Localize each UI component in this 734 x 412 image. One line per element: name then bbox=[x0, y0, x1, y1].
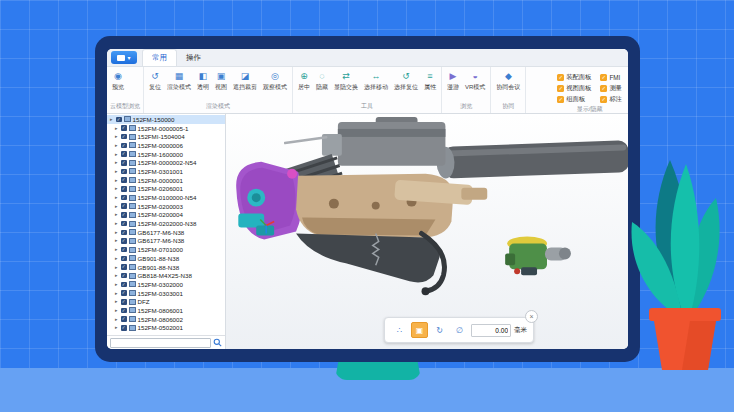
expand-arrow-icon[interactable]: ▸ bbox=[115, 169, 119, 174]
tree-item[interactable]: ▸ ✓ 152FM-0000005-1 bbox=[107, 124, 225, 133]
display-toggle[interactable]: ✓ 视图面板 bbox=[557, 83, 591, 93]
tree-item[interactable]: ▸ ✓ 152FM-0806002 bbox=[107, 315, 225, 324]
tree-search-input[interactable] bbox=[110, 338, 211, 348]
tree-checkbox[interactable]: ✓ bbox=[121, 134, 127, 140]
expand-arrow-icon[interactable]: ▸ bbox=[110, 117, 114, 122]
ribbon-button[interactable]: ↺ 复位 bbox=[147, 69, 163, 93]
tree-checkbox[interactable]: ✓ bbox=[121, 169, 127, 175]
tree-checkbox[interactable]: ✓ bbox=[116, 117, 122, 123]
app-logo-icon[interactable]: ▾ bbox=[111, 51, 137, 64]
tree-item[interactable]: ▸ ✓ 152FM-0100000-N54 bbox=[107, 193, 225, 202]
ribbon-button[interactable]: ◒ VR模式 bbox=[463, 69, 487, 93]
expand-arrow-icon[interactable]: ▸ bbox=[115, 317, 119, 322]
tree-checkbox[interactable]: ✓ bbox=[121, 143, 127, 149]
tree-item[interactable]: ▸ ✓ GB6177-M6-N38 bbox=[107, 228, 225, 237]
tree-item[interactable]: ▸ ✓ 152FM-150000 bbox=[107, 115, 225, 124]
tree-item[interactable]: ▸ ✓ 152FM-1600000 bbox=[107, 150, 225, 159]
tree-item[interactable]: ▸ ✓ DFZ bbox=[107, 297, 225, 306]
tree-checkbox[interactable]: ✓ bbox=[121, 299, 127, 305]
display-toggle[interactable]: ✓ 测量 bbox=[600, 83, 622, 93]
tree-checkbox[interactable]: ✓ bbox=[121, 203, 127, 209]
expand-arrow-icon[interactable]: ▸ bbox=[115, 134, 119, 139]
tree-checkbox[interactable]: ✓ bbox=[121, 316, 127, 322]
ribbon-button[interactable]: ▶ 漫游 bbox=[445, 69, 461, 93]
tree-item[interactable]: ▸ ✓ 152FM-0200003 bbox=[107, 202, 225, 211]
expand-arrow-icon[interactable]: ▸ bbox=[115, 126, 119, 131]
display-toggle[interactable]: ✓ 标注 bbox=[600, 94, 622, 104]
view-tool-button[interactable]: ∴ bbox=[391, 322, 408, 338]
view-tool-button[interactable]: ▣ bbox=[411, 322, 428, 338]
display-toggle[interactable]: ✓ 装配面板 bbox=[557, 72, 591, 82]
tree-item[interactable]: ▸ ✓ GB818-M4X25-N38 bbox=[107, 271, 225, 280]
display-toggle[interactable]: ✓ 组面板 bbox=[557, 94, 591, 104]
display-toggle[interactable]: ✓ FMI bbox=[600, 72, 622, 82]
ribbon-tab[interactable]: 常用 bbox=[142, 49, 177, 66]
expand-arrow-icon[interactable]: ▸ bbox=[115, 256, 119, 261]
tree-item[interactable]: ▸ ✓ GB901-88-N38 bbox=[107, 254, 225, 263]
tree-item[interactable]: ▸ ✓ 152FM-0000001 bbox=[107, 176, 225, 185]
ribbon-button[interactable]: ⊕ 居中 bbox=[296, 69, 312, 93]
tree-checkbox[interactable]: ✓ bbox=[121, 151, 127, 157]
tree-checkbox[interactable]: ✓ bbox=[121, 264, 127, 270]
tree-checkbox[interactable]: ✓ bbox=[121, 247, 127, 253]
expand-arrow-icon[interactable]: ▸ bbox=[115, 273, 119, 278]
ribbon-button[interactable]: ◉ 预览 bbox=[110, 69, 126, 93]
expand-arrow-icon[interactable]: ▸ bbox=[115, 247, 119, 252]
ribbon-button[interactable]: ↺ 选择复位 bbox=[392, 69, 420, 93]
tree-checkbox[interactable]: ✓ bbox=[121, 325, 127, 331]
expand-arrow-icon[interactable]: ▸ bbox=[115, 299, 119, 304]
expand-arrow-icon[interactable]: ▸ bbox=[115, 212, 119, 217]
expand-arrow-icon[interactable]: ▸ bbox=[115, 143, 119, 148]
expand-arrow-icon[interactable]: ▸ bbox=[115, 152, 119, 157]
expand-arrow-icon[interactable]: ▸ bbox=[115, 195, 119, 200]
tree-item[interactable]: ▸ ✓ 152FM-0303001 bbox=[107, 289, 225, 298]
expand-arrow-icon[interactable]: ▸ bbox=[115, 160, 119, 165]
tree-item[interactable]: ▸ ✓ GB6177-M6-N38 bbox=[107, 237, 225, 246]
tree-item[interactable]: ▸ ✓ 152FM-0502001 bbox=[107, 324, 225, 333]
close-icon[interactable]: × bbox=[525, 310, 538, 323]
expand-arrow-icon[interactable]: ▸ bbox=[115, 230, 119, 235]
ribbon-button[interactable]: ≡ 属性 bbox=[422, 69, 438, 93]
offset-value-input[interactable] bbox=[471, 324, 511, 337]
tree-item[interactable]: ▸ ✓ 152FM-0000006 bbox=[107, 141, 225, 150]
expand-arrow-icon[interactable]: ▸ bbox=[115, 221, 119, 226]
tree-checkbox[interactable]: ✓ bbox=[121, 308, 127, 314]
expand-arrow-icon[interactable]: ▸ bbox=[115, 238, 119, 243]
ribbon-button[interactable]: ◎ 观察模式 bbox=[261, 69, 289, 93]
ribbon-button[interactable]: ▣ 视图 bbox=[213, 69, 229, 93]
tree-checkbox[interactable]: ✓ bbox=[121, 160, 127, 166]
tree-item[interactable]: ▸ ✓ 152FM-0206001 bbox=[107, 185, 225, 194]
ribbon-button[interactable]: ◆ 协同会议 bbox=[494, 69, 522, 93]
tree-checkbox[interactable]: ✓ bbox=[121, 212, 127, 218]
view-tool-button[interactable]: ↻ bbox=[431, 322, 448, 338]
ribbon-button[interactable]: ⇄ 显隐交换 bbox=[332, 69, 360, 93]
viewport-3d[interactable]: ∴ ▣ ↻ ∅ 毫米 × bbox=[226, 114, 628, 349]
ribbon-button[interactable]: ◧ 透明 bbox=[195, 69, 211, 93]
tree-item[interactable]: ▸ ✓ GB901-88-N38 bbox=[107, 263, 225, 272]
expand-arrow-icon[interactable]: ▸ bbox=[115, 178, 119, 183]
tree-checkbox[interactable]: ✓ bbox=[121, 195, 127, 201]
tree-item[interactable]: ▸ ✓ 152FM-0200004 bbox=[107, 211, 225, 220]
expand-arrow-icon[interactable]: ▸ bbox=[115, 186, 119, 191]
ribbon-button[interactable]: ▦ 渲染模式 bbox=[165, 69, 193, 93]
tree-item[interactable]: ▸ ✓ 152FM-0301001 bbox=[107, 167, 225, 176]
tree-checkbox[interactable]: ✓ bbox=[121, 290, 127, 296]
expand-arrow-icon[interactable]: ▸ bbox=[115, 265, 119, 270]
tree-checkbox[interactable]: ✓ bbox=[121, 238, 127, 244]
tree-item[interactable]: ▸ ✓ 152FM-0806001 bbox=[107, 306, 225, 315]
expand-arrow-icon[interactable]: ▸ bbox=[115, 308, 119, 313]
expand-arrow-icon[interactable]: ▸ bbox=[115, 204, 119, 209]
ribbon-tab[interactable]: 操作 bbox=[177, 49, 210, 66]
search-icon[interactable] bbox=[213, 338, 222, 347]
tree-item[interactable]: ▸ ✓ 152FM-0701000 bbox=[107, 245, 225, 254]
tree-checkbox[interactable]: ✓ bbox=[121, 282, 127, 288]
tree-item[interactable]: ▸ ✓ 152FM-0000002-N54 bbox=[107, 158, 225, 167]
expand-arrow-icon[interactable]: ▸ bbox=[115, 325, 119, 330]
view-tool-button[interactable]: ∅ bbox=[451, 322, 468, 338]
tree-checkbox[interactable]: ✓ bbox=[121, 230, 127, 236]
tree-item[interactable]: ▸ ✓ 152FM-0302000 bbox=[107, 280, 225, 289]
tree-checkbox[interactable]: ✓ bbox=[121, 177, 127, 183]
tree-checkbox[interactable]: ✓ bbox=[121, 221, 127, 227]
tree-checkbox[interactable]: ✓ bbox=[121, 125, 127, 131]
tree-checkbox[interactable]: ✓ bbox=[121, 273, 127, 279]
